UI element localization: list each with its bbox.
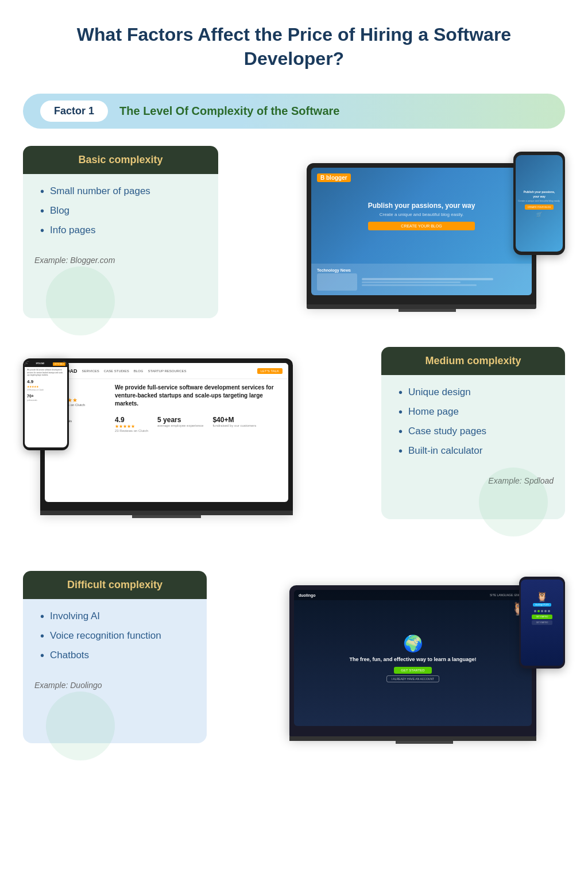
duolingo-phone-cta[interactable]: GET STARTED — [532, 615, 553, 619]
spdload-nav-case: CASE STUDIES — [104, 369, 129, 373]
spdload-phone: ≡ SPDLOAD LET'S TALK We provide full-ser… — [23, 358, 69, 450]
list-item: Built-in calculator — [399, 445, 554, 457]
blogger-phone-tagline: Publish your passions, — [524, 190, 555, 194]
spdload-stat2-val: 4.9 — [115, 416, 148, 424]
spdload-stat3-label: average employee experience — [157, 424, 203, 427]
spdload-nav-blog: BLOG — [134, 369, 144, 373]
spdload-hero: 4.9 ★★★★★ 23 Reviews on Clutch 70+ profe… — [45, 379, 288, 437]
dot5 — [548, 610, 550, 612]
dot3 — [541, 610, 543, 612]
spdload-nav-startup: STARTUP RESOURCES — [148, 369, 186, 373]
page-bottom-spacer — [0, 772, 588, 795]
spdload-stat3-val: 5 years — [157, 416, 203, 424]
blogger-laptop-screen: B blogger Technology News Publish your — [311, 168, 532, 295]
spdload-stat4-val: $40+M — [212, 416, 256, 424]
list-item: Voice recognition function — [40, 630, 195, 642]
duolingo-headline: The free, fun, and effective way to lear… — [349, 656, 476, 663]
page-header: What Factors Affect the Price of Hiring … — [0, 0, 588, 88]
difficult-complexity-card: Difficult complexity Involving AI Voice … — [23, 571, 207, 743]
duolingo-phone-cta2[interactable]: GET STARTED — [532, 620, 553, 625]
blogger-logo: B blogger — [317, 173, 351, 182]
difficult-complexity-section: Difficult complexity Involving AI Voice … — [23, 571, 565, 755]
spdload-mockup-area: ≡ SPDLOAD LET'S TALK We provide full-ser… — [23, 347, 370, 554]
spdload-stat2: 4.9 ★★★★★ 23 Reviews on Clutch — [115, 416, 148, 432]
medium-example: Example: Spdload — [381, 470, 565, 485]
dot1 — [534, 610, 536, 612]
spdload-phone-stars: ★★★★★ — [27, 385, 65, 389]
list-item: Home page — [399, 406, 554, 418]
list-item: Unique design — [399, 387, 554, 398]
blogger-phone-sub: Create a unique and beautiful blog easil… — [518, 199, 560, 202]
medium-complexity-section: ≡ SPDLOAD LET'S TALK We provide full-ser… — [23, 347, 565, 554]
difficult-complexity-header: Difficult complexity — [23, 571, 207, 599]
basic-complexity-list: Small number of pages Blog Info pages — [23, 174, 218, 250]
spdload-phone-content: We provide full-service software develop… — [27, 369, 65, 401]
duolingo-laptop-bottom — [289, 736, 536, 741]
spdload-laptop-bottom — [40, 511, 293, 515]
basic-complexity-section: Basic complexity Small number of pages B… — [23, 146, 565, 330]
duolingo-phone-owl: 🦉 — [536, 591, 548, 602]
duolingo-mockup-area: 🦉 duolingo PLUS GET STARTED GET STARTED … — [218, 571, 565, 755]
duolingo-phone-badge: duolingo PLUS — [533, 603, 551, 607]
medium-complexity-header: Medium complexity — [381, 347, 565, 375]
spdload-stat4-label: fundraised by our customers — [212, 424, 256, 427]
blogger-tagline: Publish your passions, your way — [368, 202, 475, 210]
dot2 — [537, 610, 540, 612]
basic-example: Example: Blogger.com — [23, 250, 218, 265]
blogger-sub: Create a unique and beautiful blog easil… — [368, 212, 475, 217]
blogger-screen-content: Publish your passions, your way Create a… — [368, 202, 475, 230]
laptop-bottom-bar — [307, 304, 536, 309]
blogger-phone-cta: CREATE YOUR BLOG — [525, 204, 554, 210]
duolingo-phone: 🦉 duolingo PLUS GET STARTED GET STARTED — [519, 577, 565, 669]
duolingo-phone-dots — [534, 610, 550, 612]
blogger-phone-screen: Publish your passions, your way Create a… — [516, 155, 563, 252]
blogger-phone-tagline2: your way — [533, 195, 546, 198]
spdload-phone-screen: ≡ SPDLOAD LET'S TALK We provide full-ser… — [25, 361, 67, 447]
difficult-example: Example: Duolingo — [23, 675, 207, 690]
spdload-nav-services: SERVICES — [82, 369, 99, 373]
difficult-complexity-list: Involving AI Voice recognition function … — [23, 599, 207, 675]
spdload-nav-cta[interactable]: LET'S TALK — [257, 368, 283, 374]
spdload-hero-main: We provide full-service software develop… — [115, 384, 281, 432]
dot4 — [544, 610, 547, 612]
duolingo-logo: duolingo — [299, 593, 316, 597]
blogger-mockup-area: Publish your passions, your way Create a… — [230, 146, 565, 330]
list-item: Chatbots — [40, 650, 195, 661]
laptop-foot — [399, 309, 456, 312]
duolingo-nav: duolingo SITE LANGUAGE: ENGLISH — [294, 590, 532, 600]
duolingo-laptop: duolingo SITE LANGUAGE: ENGLISH 🦉 🌍 The … — [289, 585, 536, 737]
spdload-clutch2: 23 Reviews on Clutch — [115, 429, 148, 432]
factor-badge: Factor 1 — [40, 101, 108, 122]
list-item: Case study pages — [399, 426, 554, 437]
medium-complexity-card: Medium complexity Unique design Home pag… — [381, 347, 565, 519]
page-title: What Factors Affect the Price of Hiring … — [57, 23, 531, 71]
spdload-phone-cta: LET'S TALK — [53, 362, 65, 366]
spdload-laptop: SPD LOAD SERVICES CASE STUDIES BLOG STAR… — [40, 358, 293, 513]
duolingo-laptop-foot — [396, 741, 453, 744]
blogger-phone: Publish your passions, your way Create a… — [513, 152, 565, 255]
medium-complexity-list: Unique design Home page Case study pages… — [381, 375, 565, 470]
factor-banner: Factor 1 The Level Of Complexity of the … — [23, 94, 565, 129]
duolingo-earth-icon: 🌍 — [403, 634, 423, 653]
list-item: Info pages — [40, 225, 207, 236]
spdload-phone-logo: SPDLOAD — [36, 362, 44, 366]
deco-circle — [46, 267, 115, 335]
spdload-phone-rating: 4.9 — [27, 379, 65, 385]
blogger-laptop: B blogger Technology News Publish your — [307, 163, 536, 307]
factor-title: The Level Of Complexity of the Software — [119, 105, 339, 118]
spdload-phone-nav: ≡ SPDLOAD LET'S TALK — [25, 361, 67, 367]
deco-circle-difficult — [46, 692, 115, 760]
list-item: Blog — [40, 205, 207, 217]
list-item: Small number of pages — [40, 186, 207, 197]
spdload-stat4: $40+M fundraised by our customers — [212, 416, 256, 432]
list-item: Involving AI — [40, 611, 195, 622]
blogger-cta: CREATE YOUR BLOG — [368, 222, 475, 230]
duolingo-cta-secondary[interactable]: I ALREADY HAVE AN ACCOUNT — [386, 675, 439, 682]
spdload-hero-title: We provide full-service software develop… — [115, 384, 281, 408]
duolingo-phone-screen: 🦉 duolingo PLUS GET STARTED GET STARTED — [521, 580, 563, 666]
spdload-stats-row: 4.9 ★★★★★ 23 Reviews on Clutch 5 years a… — [115, 416, 281, 432]
basic-complexity-header: Basic complexity — [23, 146, 218, 174]
spdload-screen: SPD LOAD SERVICES CASE STUDIES BLOG STAR… — [45, 363, 288, 502]
spdload-nav: SPD LOAD SERVICES CASE STUDIES BLOG STAR… — [45, 363, 288, 379]
duolingo-cta-primary[interactable]: GET STARTED — [394, 667, 431, 674]
